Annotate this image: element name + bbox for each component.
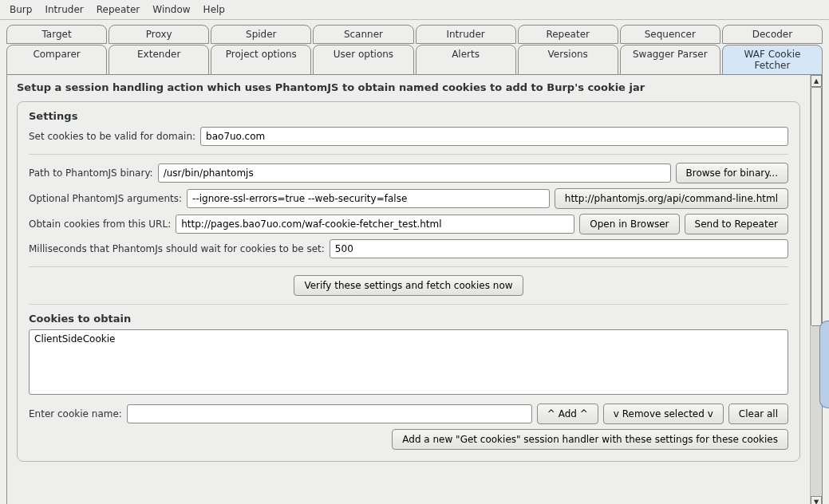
main-content: Setup a session handling action which us…	[7, 75, 810, 504]
verify-row: Verify these settings and fetch cookies …	[29, 275, 788, 296]
tab-spider[interactable]: Spider	[211, 25, 311, 44]
divider-2	[29, 266, 788, 267]
page-heading: Setup a session handling action which us…	[17, 81, 800, 93]
add-session-handler-button[interactable]: Add a new "Get cookies" session handler …	[392, 429, 788, 450]
args-row: Optional PhantomJS arguments: http://pha…	[29, 188, 788, 209]
settings-title: Settings	[29, 110, 788, 122]
tab-target[interactable]: Target	[6, 25, 107, 44]
args-label: Optional PhantomJS arguments:	[29, 193, 182, 204]
vertical-scrollbar[interactable]: ▲ ▼	[810, 75, 822, 504]
scroll-up-icon[interactable]: ▲	[811, 75, 822, 87]
tab-versions[interactable]: Versions	[518, 45, 618, 75]
menu-window[interactable]: Window	[148, 2, 195, 18]
domain-row: Set cookies to be valid for domain:	[29, 127, 788, 146]
tab-alerts[interactable]: Alerts	[416, 45, 516, 75]
menu-burp[interactable]: Burp	[5, 2, 37, 18]
menu-intruder[interactable]: Intruder	[40, 2, 88, 18]
menu-bar: Burp Intruder Repeater Window Help	[0, 0, 829, 20]
scroll-down-icon[interactable]: ▼	[811, 496, 822, 504]
tab-user-options[interactable]: User options	[313, 45, 413, 75]
wait-input[interactable]	[330, 239, 788, 258]
tab-intruder[interactable]: Intruder	[416, 25, 516, 44]
browse-binary-button[interactable]: Browse for binary...	[676, 163, 789, 183]
cookies-title: Cookies to obtain	[29, 313, 788, 325]
tab-proxy[interactable]: Proxy	[109, 25, 209, 44]
open-browser-button[interactable]: Open in Browser	[579, 214, 679, 234]
menu-help[interactable]: Help	[199, 2, 230, 18]
add-cookie-button[interactable]: ^ Add ^	[537, 404, 598, 424]
cookie-name-input[interactable]	[127, 404, 532, 423]
send-repeater-button[interactable]: Send to Repeater	[685, 214, 788, 234]
clear-cookies-button[interactable]: Clear all	[728, 404, 788, 424]
tab-waf-cookie-fetcher[interactable]: WAF Cookie Fetcher	[722, 45, 823, 75]
tab-row-1: Target Proxy Spider Scanner Intruder Rep…	[6, 25, 823, 43]
scroll-track[interactable]	[811, 87, 822, 496]
tab-scanner[interactable]: Scanner	[313, 25, 413, 44]
wait-row: Milliseconds that PhantomJs should wait …	[29, 239, 788, 258]
divider-3	[29, 304, 788, 305]
args-doc-button[interactable]: http://phantomjs.org/api/command-line.ht…	[555, 188, 788, 209]
url-label: Obtain cookies from this URL:	[29, 219, 171, 230]
divider-1	[29, 154, 788, 155]
url-input[interactable]	[176, 215, 574, 234]
binary-row: Path to PhantomJS binary: Browse for bin…	[29, 163, 788, 183]
binary-label: Path to PhantomJS binary:	[29, 167, 153, 179]
tab-decoder[interactable]: Decoder	[722, 25, 823, 44]
cookies-list[interactable]	[29, 329, 788, 395]
cookie-name-label: Enter cookie name:	[29, 408, 122, 419]
wait-label: Milliseconds that PhantomJs should wait …	[29, 243, 325, 254]
tab-content: Setup a session handling action which us…	[6, 74, 823, 504]
tabs-container: Target Proxy Spider Scanner Intruder Rep…	[0, 20, 829, 74]
menu-repeater[interactable]: Repeater	[92, 2, 145, 18]
session-row: Add a new "Get cookies" session handler …	[29, 429, 788, 450]
tab-swagger-parser[interactable]: Swagger Parser	[620, 45, 720, 75]
binary-input[interactable]	[158, 163, 671, 183]
settings-panel: Settings Set cookies to be valid for dom…	[17, 101, 800, 462]
scroll-thumb[interactable]	[811, 87, 822, 326]
domain-label: Set cookies to be valid for domain:	[29, 131, 195, 142]
tab-repeater[interactable]: Repeater	[518, 25, 618, 44]
remove-cookie-button[interactable]: v Remove selected v	[603, 404, 724, 424]
tab-row-2: Comparer Extender Project options User o…	[6, 45, 823, 74]
verify-button[interactable]: Verify these settings and fetch cookies …	[294, 275, 523, 296]
tab-project-options[interactable]: Project options	[211, 45, 311, 75]
side-drawer-handle[interactable]	[819, 321, 829, 408]
args-input[interactable]	[187, 189, 550, 208]
cookie-name-row: Enter cookie name: ^ Add ^ v Remove sele…	[29, 404, 788, 424]
tab-sequencer[interactable]: Sequencer	[620, 25, 720, 44]
tab-extender[interactable]: Extender	[109, 45, 209, 75]
tab-comparer[interactable]: Comparer	[6, 45, 107, 75]
domain-input[interactable]	[200, 127, 788, 146]
url-row: Obtain cookies from this URL: Open in Br…	[29, 214, 788, 234]
